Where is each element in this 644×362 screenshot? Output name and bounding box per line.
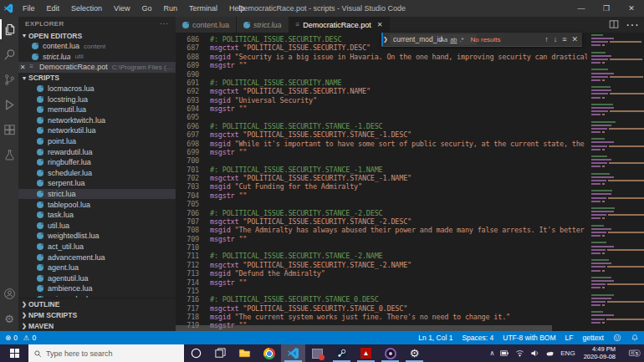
tab-content.lua[interactable]: content.lua: [176, 17, 237, 33]
file-tree-item[interactable]: ambience.lua: [18, 283, 176, 294]
chrome-icon[interactable]: [257, 344, 281, 362]
start-button[interactable]: [0, 344, 28, 362]
close-button[interactable]: ✕: [619, 0, 644, 17]
file-tree-item[interactable]: locmacros.lua: [18, 84, 176, 94]
file-tree-item[interactable]: ringbuffer.lua: [18, 157, 176, 168]
section-npm-scripts[interactable]: ❯NPM SCRIPTS: [18, 309, 176, 320]
sidebar-more-actions-icon[interactable]: ···: [160, 20, 169, 28]
find-expand-chevron-icon[interactable]: ❯: [381, 33, 388, 46]
search-icon[interactable]: [0, 42, 18, 67]
notification-center-button[interactable]: 5: [624, 349, 641, 358]
section-maven[interactable]: ❯MAVEN: [18, 320, 176, 331]
file-name: content.lua: [43, 42, 79, 50]
file-tree-item[interactable]: tablepool.lua: [18, 199, 176, 210]
file-explorer-icon[interactable]: [233, 344, 257, 362]
speaker-icon[interactable]: [530, 349, 539, 358]
tab-strict.lua[interactable]: strict.lua: [237, 17, 289, 33]
account-icon[interactable]: [0, 281, 18, 306]
minimize-button[interactable]: —: [569, 0, 594, 17]
open-editor-item[interactable]: ✕content.luacontent: [18, 41, 176, 52]
app-window-red-badge-icon[interactable]: [305, 344, 330, 362]
close-icon[interactable]: ✕: [377, 21, 383, 28]
menu-item-view[interactable]: View: [108, 4, 135, 13]
more-actions-icon[interactable]: ···: [626, 18, 639, 33]
menu-item-edit[interactable]: Edit: [41, 4, 66, 13]
lua-file-icon: [35, 232, 44, 241]
date-text: 2020-09-08: [584, 354, 616, 361]
media-app-icon[interactable]: [378, 344, 402, 362]
menu-item-selection[interactable]: Selection: [65, 4, 108, 13]
file-tree-item[interactable]: agentutil.lua: [18, 273, 176, 283]
test-beaker-icon[interactable]: [0, 142, 18, 167]
file-tree-item[interactable]: serpent.lua: [18, 178, 176, 189]
source-control-icon[interactable]: [0, 67, 18, 92]
language-indicator[interactable]: ENG: [560, 349, 575, 357]
scripts-section-header[interactable]: ▼ SCRIPTS: [18, 73, 176, 84]
onedrive-cloud-icon[interactable]: [545, 349, 555, 358]
taskbar-search-box[interactable]: Type here to search: [28, 344, 184, 362]
acrobat-icon[interactable]: ▲: [354, 344, 378, 362]
open-editor-item[interactable]: ✕≡DemocraticRace.potC:\Program Files (x8…: [18, 62, 176, 73]
next-match-icon[interactable]: ↓: [554, 35, 558, 43]
settings-gear-icon[interactable]: ⚙: [0, 306, 18, 331]
file-tree-item[interactable]: networkutil.lua: [18, 125, 176, 136]
file-tree-item[interactable]: strict.lua: [18, 189, 176, 200]
language-mode[interactable]: gettext: [582, 334, 604, 342]
file-tree-item[interactable]: task.lua: [18, 210, 176, 221]
open-editors-section-header[interactable]: ▼ OPEN EDITORS: [18, 30, 176, 41]
tab-DemocraticRace.pot[interactable]: ≡DemocraticRace.pot✕: [289, 17, 391, 33]
menu-item-run[interactable]: Run: [157, 4, 183, 13]
battery-icon[interactable]: [500, 349, 509, 358]
match-case-toggle[interactable]: Aa: [440, 36, 447, 43]
file-tree-item[interactable]: memutil.lua: [18, 105, 176, 115]
cortana-icon[interactable]: [184, 344, 208, 362]
file-tree-item[interactable]: networktwitch.lua: [18, 115, 176, 126]
horizontal-scrollbar[interactable]: [176, 325, 552, 331]
restore-button[interactable]: ❐: [594, 0, 619, 17]
encoding[interactable]: UTF-8 with BOM: [503, 334, 555, 342]
split-editor-icon[interactable]: [609, 18, 619, 33]
section-label: NPM SCRIPTS: [28, 311, 77, 319]
file-tree-item[interactable]: util.lua: [18, 221, 176, 232]
menu-item-file[interactable]: File: [17, 4, 41, 13]
notifications-bell-icon[interactable]: [631, 334, 639, 342]
regex-toggle[interactable]: .*: [460, 36, 464, 43]
problems-indicator[interactable]: ⊗ 0 ⚠ 0: [5, 334, 36, 342]
eol-sequence[interactable]: LF: [565, 334, 574, 342]
close-icon[interactable]: ✕: [18, 64, 27, 71]
steam-icon[interactable]: [330, 344, 354, 362]
cursor-position[interactable]: Ln 1, Col 1: [418, 334, 452, 342]
explorer-icon[interactable]: [0, 17, 18, 42]
open-editor-item[interactable]: ✕strict.luautil: [18, 52, 176, 63]
whole-word-toggle[interactable]: ab: [450, 36, 457, 43]
task-view-icon[interactable]: [208, 344, 233, 362]
wifi-icon[interactable]: [515, 349, 524, 358]
file-tree-item[interactable]: scheduler.lua: [18, 168, 176, 179]
extensions-icon[interactable]: [0, 117, 18, 142]
run-debug-icon[interactable]: [0, 92, 18, 117]
menu-item-help[interactable]: Help: [223, 4, 251, 13]
file-tree-item[interactable]: weightedlist.lua: [18, 231, 176, 242]
settings-icon[interactable]: ⚙: [402, 344, 427, 362]
show-hidden-icons-chevron-icon[interactable]: ∧: [489, 349, 494, 357]
file-tree-item[interactable]: agent.lua: [18, 263, 176, 273]
indentation[interactable]: Spaces: 4: [462, 334, 493, 342]
file-tree-item[interactable]: locstring.lua: [18, 94, 176, 105]
clock[interactable]: 4:49 PM 2020-09-08: [581, 346, 618, 360]
feedback-smiley-icon[interactable]: [613, 334, 621, 342]
file-tree-item[interactable]: act_util.lua: [18, 242, 176, 252]
minimap[interactable]: [587, 33, 644, 331]
section-outline[interactable]: ❯OUTLINE: [18, 298, 176, 309]
file-tree-item[interactable]: rewardutil.lua: [18, 146, 176, 157]
code-editor[interactable]: 686#: POLITICAL_ISSUE.SECURITY.DESC687ms…: [176, 33, 587, 331]
previous-match-icon[interactable]: ↑: [544, 35, 549, 43]
file-tree-item[interactable]: point.lua: [18, 136, 176, 147]
menu-item-terminal[interactable]: Terminal: [183, 4, 223, 13]
menu-item-go[interactable]: Go: [135, 4, 157, 13]
close-find-icon[interactable]: ✕: [571, 35, 578, 43]
find-in-selection-icon[interactable]: ≡: [562, 35, 566, 43]
system-tray: ∧ ENG 4:49 PM 2020-09-08 5: [489, 344, 644, 362]
file-tree-item[interactable]: advancement.lua: [18, 252, 176, 263]
vscode-icon[interactable]: [281, 344, 305, 362]
file-name: act_util.lua: [48, 242, 84, 251]
